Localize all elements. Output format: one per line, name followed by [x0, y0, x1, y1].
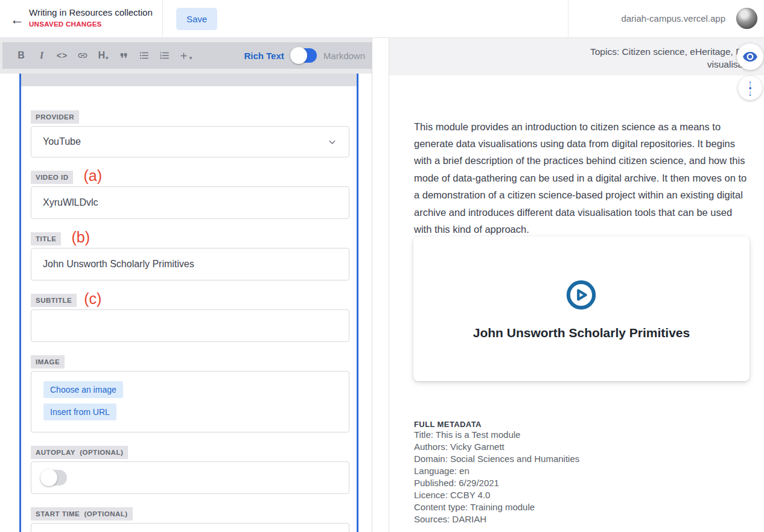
italic-icon: I — [40, 50, 43, 61]
plus-icon — [179, 51, 189, 61]
numbered-list-button[interactable] — [154, 46, 175, 65]
page-title: Writing in Resources collection — [29, 7, 153, 17]
object-editor-header — [21, 74, 357, 86]
link-button[interactable] — [72, 46, 93, 65]
video-id-input[interactable] — [31, 186, 349, 219]
toolbar-zone: B I <> H▾ ▾ — [0, 38, 372, 74]
italic-button[interactable]: I — [31, 46, 52, 65]
autoplay-label: AUTOPLAY (OPTIONAL) — [31, 446, 128, 459]
video-id-label: VIDEO ID — [31, 171, 73, 184]
quote-icon — [118, 50, 129, 61]
blockquote-button[interactable] — [113, 46, 134, 65]
metadata-line: Published: 6/29/2021 — [414, 477, 750, 489]
topbar-divider — [568, 0, 568, 38]
preview-visibility-button[interactable] — [737, 43, 763, 70]
image-label: IMAGE — [31, 355, 65, 369]
chevron-down-icon — [327, 137, 337, 147]
annotation-a: (a) — [83, 169, 102, 182]
video-object-editor: PROVIDER YouTube VIDEO ID (a) — [19, 74, 358, 532]
title-input[interactable] — [31, 248, 349, 280]
arrow-down-icon: ↓ — [748, 90, 753, 96]
annotation-b: (b) — [71, 230, 90, 244]
richtext-toolbar: B I <> H▾ ▾ — [2, 42, 372, 69]
back-icon[interactable]: ← — [6, 8, 28, 30]
start-time-label: START TIME (OPTIONAL) — [31, 507, 133, 521]
document-title-block: Writing in Resources collection UNSAVED … — [29, 7, 153, 28]
image-field: IMAGE Choose an image Insert from URL — [31, 355, 347, 432]
metadata-line: Title: This is a Test module — [414, 429, 750, 441]
provider-select[interactable]: YouTube — [31, 126, 349, 157]
code-button[interactable]: <> — [52, 46, 72, 65]
topics-line-1: Topics: Citizen science, eHeritage, Da — [389, 45, 748, 58]
heading-button[interactable]: H▾ — [93, 46, 113, 65]
toggle-knob — [40, 469, 57, 486]
editor-mode-toggle[interactable] — [291, 48, 317, 63]
subtitle-input[interactable] — [31, 309, 349, 342]
topbar-divider — [162, 0, 163, 38]
topics-line-2: visualisati — [389, 58, 748, 71]
start-time-field: START TIME (OPTIONAL) — [31, 507, 347, 532]
metadata-heading: FULL METADATA — [414, 420, 750, 429]
metadata-line: Language: en — [414, 465, 750, 477]
chevron-down-icon: ▾ — [106, 55, 109, 61]
metadata-line: Licence: CCBY 4.0 — [414, 489, 750, 501]
video-card-title: John Unsworth Scholarly Primitives — [413, 326, 750, 340]
image-upload-box: Choose an image Insert from URL — [31, 371, 349, 432]
link-icon — [77, 50, 88, 61]
module-description: This module provides an introduction to … — [414, 118, 750, 238]
rich-text-mode-label[interactable]: Rich Text — [244, 51, 284, 61]
provider-value: YouTube — [43, 136, 327, 147]
full-metadata-section: FULL METADATA Title: This is a Test modu… — [414, 420, 750, 525]
video-form: PROVIDER YouTube VIDEO ID (a) — [21, 86, 357, 532]
expand-height-button[interactable]: ↑ • ↓ — [738, 76, 762, 100]
unsaved-changes-badge: UNSAVED CHANGES — [29, 21, 153, 28]
title-label: TITLE — [31, 232, 61, 245]
editor-mode-switch-group: Rich Text Markdown — [244, 48, 365, 63]
bullet-list-button[interactable] — [134, 46, 154, 65]
markdown-mode-label[interactable]: Markdown — [323, 51, 365, 61]
start-time-input[interactable] — [31, 523, 349, 532]
autoplay-field: AUTOPLAY (OPTIONAL) — [31, 446, 347, 494]
metadata-line: Sources: DARIAH — [414, 513, 750, 525]
bullet-list-icon — [139, 50, 150, 61]
choose-image-button[interactable]: Choose an image — [43, 381, 123, 398]
autoplay-box — [31, 461, 349, 494]
play-icon — [565, 279, 597, 311]
metadata-line: Domain: Social Sciences and Humanities — [414, 453, 750, 465]
chevron-down-icon: ▾ — [189, 55, 193, 61]
save-button[interactable]: Save — [176, 8, 217, 30]
bold-icon: B — [18, 50, 25, 61]
topics-strip: Topics: Citizen science, eHeritage, Da v… — [389, 38, 764, 75]
code-icon: <> — [57, 51, 68, 60]
numbered-list-icon — [159, 50, 170, 61]
play-button[interactable] — [565, 279, 597, 311]
provider-label: PROVIDER — [31, 110, 79, 124]
subtitle-field: SUBTITLE (c) — [31, 294, 347, 342]
heading-icon: H — [98, 50, 105, 61]
metadata-line: Content type: Training module — [414, 501, 750, 513]
title-field: TITLE (b) — [31, 232, 347, 280]
autoplay-toggle[interactable] — [41, 470, 67, 486]
toggle-knob — [290, 47, 307, 64]
metadata-line: Authors: Vicky Garnett — [414, 441, 750, 453]
insert-block-button[interactable]: ▾ — [175, 46, 196, 65]
site-hostname: dariah-campus.vercel.app — [621, 13, 725, 24]
preview-pane: Topics: Citizen science, eHeritage, Da v… — [389, 38, 764, 532]
insert-from-url-button[interactable]: Insert from URL — [43, 404, 116, 420]
annotation-c: (c) — [84, 292, 101, 305]
provider-field: PROVIDER YouTube — [31, 110, 347, 157]
editor-pane: B I <> H▾ ▾ — [0, 38, 372, 532]
subtitle-label: SUBTITLE — [31, 294, 77, 307]
avatar[interactable] — [736, 8, 757, 29]
top-bar: ← Writing in Resources collection UNSAVE… — [0, 0, 764, 38]
video-id-field: VIDEO ID (a) — [31, 171, 347, 219]
eye-icon — [742, 49, 758, 65]
video-preview-card[interactable]: John Unsworth Scholarly Primitives — [413, 236, 750, 381]
app-window: ← Writing in Resources collection UNSAVE… — [0, 0, 764, 532]
bold-button[interactable]: B — [11, 46, 31, 65]
